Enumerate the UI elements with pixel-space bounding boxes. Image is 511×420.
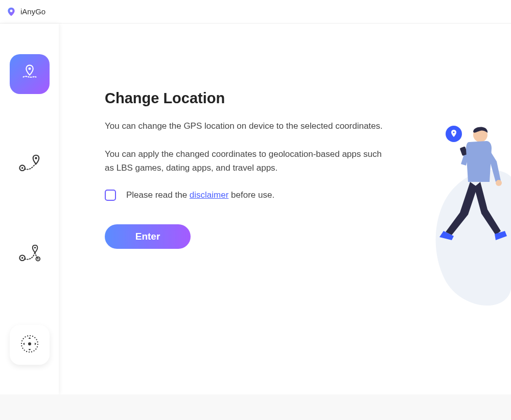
joystick-icon: [17, 332, 42, 358]
page-title: Change Location: [105, 90, 511, 107]
sidebar-item-multi-spot[interactable]: [10, 236, 50, 276]
disclaimer-prefix: Please read the: [126, 190, 190, 200]
bottom-strip: [0, 394, 511, 420]
svg-point-4: [34, 247, 35, 248]
app-title: iAnyGo: [20, 7, 45, 16]
main-content: Change Location You can change the GPS l…: [59, 24, 511, 394]
titlebar: iAnyGo: [0, 0, 511, 24]
disclaimer-suffix: before use.: [228, 190, 274, 200]
page-description-2: You can apply the changed coordinates to…: [105, 147, 391, 175]
sidebar-item-joystick[interactable]: [10, 325, 50, 365]
disclaimer-text: Please read the disclaimer before use.: [126, 190, 274, 200]
svg-point-3: [21, 167, 22, 169]
route-single-icon: [16, 152, 43, 178]
route-multi-icon: [16, 243, 43, 269]
svg-point-10: [28, 342, 31, 345]
walking-person-illustration: [424, 105, 511, 320]
svg-point-8: [37, 258, 38, 260]
enter-button-label: Enter: [135, 231, 160, 242]
enter-button[interactable]: Enter: [105, 224, 191, 249]
disclaimer-checkbox[interactable]: [105, 190, 116, 201]
page-description-1: You can change the GPS location on devic…: [105, 119, 391, 133]
svg-point-0: [28, 67, 31, 70]
svg-point-1: [35, 157, 37, 159]
sidebar-item-single-spot[interactable]: [10, 145, 50, 185]
app-logo-icon: [6, 7, 16, 17]
sidebar-item-change-location[interactable]: [10, 54, 50, 94]
disclaimer-link[interactable]: disclaimer: [190, 190, 229, 200]
app-body: Change Location You can change the GPS l…: [0, 24, 511, 394]
svg-point-6: [21, 257, 22, 259]
svg-point-12: [453, 131, 454, 133]
svg-point-15: [496, 180, 502, 186]
sidebar: [0, 24, 59, 394]
map-pin-area-icon: [18, 61, 41, 87]
